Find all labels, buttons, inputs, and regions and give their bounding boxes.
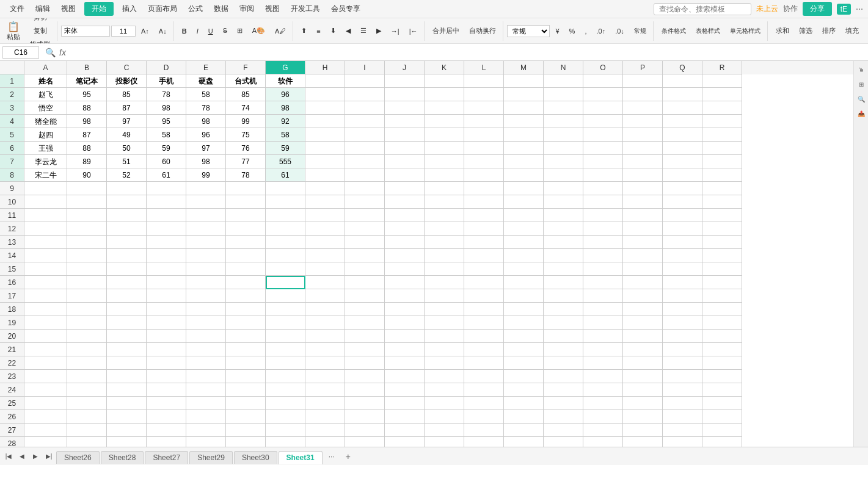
cell-M25[interactable] xyxy=(504,397,544,410)
cond-format-button[interactable]: 条件格式 xyxy=(657,25,690,37)
cell-P14[interactable] xyxy=(623,249,663,262)
cell-N23[interactable] xyxy=(544,370,583,383)
cell-H1[interactable] xyxy=(305,74,345,88)
cell-B18[interactable] xyxy=(67,303,107,316)
number-format-select[interactable]: 常规 xyxy=(507,25,550,37)
cell-F22[interactable] xyxy=(226,356,266,370)
cell-B9[interactable] xyxy=(67,182,107,195)
cell-F2[interactable]: 85 xyxy=(226,88,266,101)
cell-E7[interactable]: 98 xyxy=(186,155,226,168)
thousands-button[interactable]: , xyxy=(580,26,591,37)
cell-J18[interactable] xyxy=(385,303,425,316)
row-number-23[interactable]: 23 xyxy=(0,370,24,383)
cell-K3[interactable] xyxy=(425,101,464,115)
cell-M9[interactable] xyxy=(504,182,544,195)
cell-E22[interactable] xyxy=(186,356,226,370)
cell-J9[interactable] xyxy=(385,182,425,195)
align-top-button[interactable]: ⬆ xyxy=(297,25,311,37)
cell-O5[interactable] xyxy=(583,128,623,142)
cell-G23[interactable] xyxy=(266,370,305,383)
cell-I21[interactable] xyxy=(345,343,385,356)
cell-Q1[interactable] xyxy=(663,74,702,88)
cell-P11[interactable] xyxy=(623,209,663,222)
cell-L13[interactable] xyxy=(464,236,504,249)
fill-color-button[interactable]: A🎨 xyxy=(248,25,269,37)
cell-I17[interactable] xyxy=(345,289,385,303)
cell-H12[interactable] xyxy=(305,222,345,236)
cell-H3[interactable] xyxy=(305,101,345,115)
cell-R6[interactable] xyxy=(702,142,742,155)
cell-E10[interactable] xyxy=(186,195,226,209)
cell-J28[interactable] xyxy=(385,437,425,447)
cell-F27[interactable] xyxy=(226,424,266,437)
cell-B11[interactable] xyxy=(67,209,107,222)
cell-A9[interactable] xyxy=(24,182,67,195)
cell-P23[interactable] xyxy=(623,370,663,383)
cell-I2[interactable] xyxy=(345,88,385,101)
cell-F8[interactable]: 78 xyxy=(226,168,266,182)
underline-button[interactable]: U xyxy=(204,26,217,37)
cell-A23[interactable] xyxy=(24,370,67,383)
cell-K25[interactable] xyxy=(425,397,464,410)
cell-B6[interactable]: 88 xyxy=(67,142,107,155)
cell-O22[interactable] xyxy=(583,356,623,370)
cell-D14[interactable] xyxy=(147,249,186,262)
cell-D3[interactable]: 98 xyxy=(147,101,186,115)
cell-M4[interactable] xyxy=(504,115,544,128)
cell-E19[interactable] xyxy=(186,316,226,330)
cell-P27[interactable] xyxy=(623,424,663,437)
align-bottom-button[interactable]: ⬇ xyxy=(326,25,340,37)
cell-H13[interactable] xyxy=(305,236,345,249)
row-number-7[interactable]: 7 xyxy=(0,155,24,168)
cell-E28[interactable] xyxy=(186,437,226,447)
col-header-M[interactable]: M xyxy=(504,61,544,74)
cell-I28[interactable] xyxy=(345,437,385,447)
cell-N16[interactable] xyxy=(544,276,583,289)
cell-N26[interactable] xyxy=(544,410,583,424)
cell-F14[interactable] xyxy=(226,249,266,262)
cell-G6[interactable]: 59 xyxy=(266,142,305,155)
cell-N20[interactable] xyxy=(544,330,583,343)
cell-M10[interactable] xyxy=(504,195,544,209)
cell-C27[interactable] xyxy=(107,424,147,437)
cell-Q3[interactable] xyxy=(663,101,702,115)
cell-N13[interactable] xyxy=(544,236,583,249)
row-number-1[interactable]: 1 xyxy=(0,74,24,88)
cell-P25[interactable] xyxy=(623,397,663,410)
cell-O24[interactable] xyxy=(583,383,623,397)
cursor-icon[interactable]: 🖱 xyxy=(855,63,867,76)
cell-D23[interactable] xyxy=(147,370,186,383)
cell-J1[interactable] xyxy=(385,74,425,88)
row-number-26[interactable]: 26 xyxy=(0,410,24,424)
cell-B22[interactable] xyxy=(67,356,107,370)
cell-L14[interactable] xyxy=(464,249,504,262)
cell-E8[interactable]: 99 xyxy=(186,168,226,182)
cell-D8[interactable]: 61 xyxy=(147,168,186,182)
row-number-8[interactable]: 8 xyxy=(0,168,24,182)
cell-F11[interactable] xyxy=(226,209,266,222)
cell-Q24[interactable] xyxy=(663,383,702,397)
cell-H7[interactable] xyxy=(305,155,345,168)
cell-P10[interactable] xyxy=(623,195,663,209)
cell-O26[interactable] xyxy=(583,410,623,424)
cell-N2[interactable] xyxy=(544,88,583,101)
row-number-28[interactable]: 28 xyxy=(0,437,24,447)
cell-L25[interactable] xyxy=(464,397,504,410)
cell-A28[interactable] xyxy=(24,437,67,447)
tab-sheet29[interactable]: Sheet29 xyxy=(189,451,233,464)
cell-A11[interactable] xyxy=(24,209,67,222)
cell-M27[interactable] xyxy=(504,424,544,437)
cell-R4[interactable] xyxy=(702,115,742,128)
cell-J23[interactable] xyxy=(385,370,425,383)
cell-M11[interactable] xyxy=(504,209,544,222)
cell-I5[interactable] xyxy=(345,128,385,142)
cell-D27[interactable] xyxy=(147,424,186,437)
cell-R2[interactable] xyxy=(702,88,742,101)
cell-M8[interactable] xyxy=(504,168,544,182)
cell-P2[interactable] xyxy=(623,88,663,101)
cell-K20[interactable] xyxy=(425,330,464,343)
cell-F21[interactable] xyxy=(226,343,266,356)
menu-member[interactable]: 会员专享 xyxy=(326,2,365,15)
cell-G13[interactable] xyxy=(266,236,305,249)
row-number-2[interactable]: 2 xyxy=(0,88,24,101)
